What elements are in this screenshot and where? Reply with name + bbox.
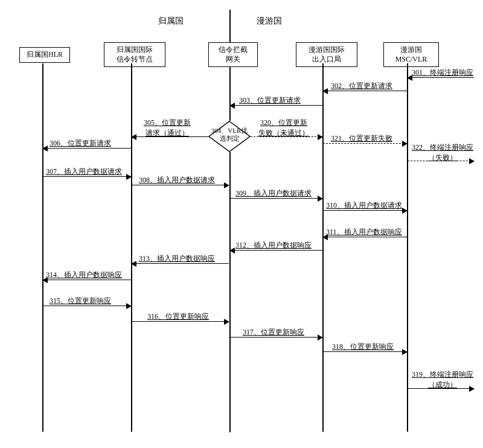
msg-311: 311、插入用户数据响应 [326,227,402,237]
msg-310: 310、插入用户数据请求 [326,200,402,211]
msg-322: 322、终端注册响应（失败） [412,142,473,163]
msg-312: 312、插入用户数据响应 [235,240,312,251]
arrow-309 [230,198,322,199]
lifeline-p5 [407,63,408,432]
arrow-316 [132,321,229,322]
arrow-307 [43,176,131,177]
msg-309: 309、插入用户数据请求 [235,188,312,199]
arrow-321 [323,143,407,144]
arrow-320 [251,136,322,137]
msg-308: 308、插入用户数据请求 [139,175,215,185]
msg-314: 314、插入用户数据响应 [46,270,122,280]
participant-home-stp: 归属国国际信令转节点 [104,42,165,67]
participant-msc-vlr: 漫游国MSC/VLR [383,42,439,67]
arrow-302 [323,91,407,91]
region-roam-label: 漫游国 [257,16,282,27]
participant-roam-gateway: 漫游国国际出入口局 [296,42,357,67]
participant-intercept-gw: 信令拦截网关 [208,42,258,67]
msg-320: 320、位置更新失败（未通过） [258,118,309,138]
arrow-312 [230,250,322,251]
msg-318: 318、位置更新响应 [332,342,394,352]
sequence-diagram: 归属国 漫游国 归属国HLR 归属国国际信令转节点 信令拦截网关 漫游国国际出入… [0,0,483,448]
msg-316: 316、位置更新响应 [147,312,209,322]
msg-315: 315、位置更新响应 [50,296,111,306]
arrow-314 [43,280,131,280]
msg-303: 303、位置更新请求 [239,95,301,106]
arrow-303 [230,105,322,106]
arrow-310 [323,210,407,211]
decision-304: 304、VLR优选判定 [208,121,251,152]
arrow-318 [323,351,407,352]
arrow-308 [132,185,229,185]
lifeline-p1 [42,63,43,432]
arrow-301 [408,77,474,78]
arrow-306 [43,148,131,149]
arrow-319 [408,388,474,389]
arrow-315 [43,306,131,306]
lifeline-p2 [131,63,132,432]
msg-319: 319、终端注册响应（成功） [412,370,473,390]
msg-321: 321、位置更新失败 [331,133,392,144]
msg-317: 317、位置更新响应 [243,327,304,338]
arrow-305 [132,136,208,137]
arrow-311 [323,237,407,237]
msg-306: 306、位置更新请求 [50,138,111,149]
msg-302: 302、位置更新请求 [331,81,392,91]
region-home-label: 归属国 [158,16,184,27]
arrow-313 [132,263,229,264]
msg-305: 305、位置更新请求（通过） [144,118,191,138]
msg-313: 313、插入用户数据响应 [139,254,215,264]
arrow-322 [408,161,474,161]
arrow-317 [230,337,322,338]
msg-301: 301、终端注册响应 [412,68,473,78]
center-divider [229,10,231,432]
participant-hlr: 归属国HLR [19,47,70,63]
msg-307: 307、插入用户数据请求 [46,167,122,177]
lifeline-p4 [322,63,324,432]
